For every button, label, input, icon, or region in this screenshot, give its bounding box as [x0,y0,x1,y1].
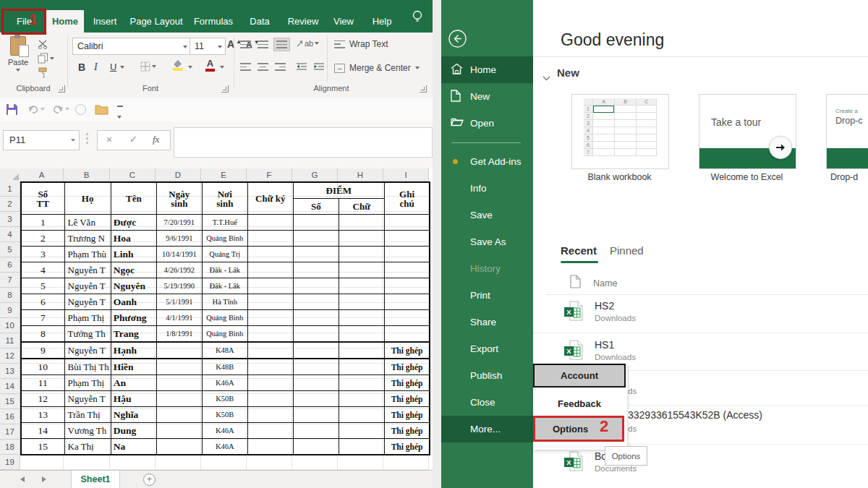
bottom-align-button[interactable] [273,38,290,51]
table-cell[interactable] [384,262,430,278]
table-cell[interactable]: 15 [21,439,64,455]
table-cell[interactable]: 5/19/1990 [156,278,202,294]
table-cell[interactable]: Được [111,215,156,231]
table-cell[interactable]: Phạm Thị [64,375,111,391]
table-cell[interactable] [156,359,202,375]
align-left-button[interactable] [240,63,251,71]
menu-item-options[interactable]: Options [533,416,624,442]
cell-b19[interactable] [64,455,110,470]
table-cell[interactable]: Quảng Bình [202,326,247,343]
table-cell[interactable]: Na [111,439,156,455]
table-cell[interactable] [384,278,430,294]
table-cell[interactable] [293,278,339,294]
table-cell[interactable]: 4/26/1992 [156,262,202,278]
fill-color-button[interactable] [172,59,184,71]
table-cell[interactable]: Quảng Bình [202,231,247,247]
customize-qat-button[interactable] [117,106,123,121]
table-cell[interactable] [339,423,384,439]
table-cell[interactable] [247,310,293,326]
table-row[interactable]: 10Bùi Thị ThHiềnK48BThi ghép [21,359,430,375]
table-row[interactable]: 7Phạm ThịPhương4/1/1991Quảng Bình [21,310,430,326]
name-box[interactable]: P11 [3,130,80,150]
sidebar-item-more[interactable]: More... [441,416,533,442]
table-cell[interactable] [384,215,430,231]
table-cell[interactable]: K46A [202,439,247,455]
file-row-bo[interactable]: XBoDocuments [533,444,868,484]
sidebar-item-print[interactable]: Print [441,282,533,309]
row-header-5[interactable]: 5 [0,242,20,257]
alignment-dialog-launcher[interactable] [420,85,427,93]
sidebar-item-share[interactable]: Share [441,309,533,335]
table-cell[interactable] [247,262,293,278]
row-header-3[interactable]: 3 [0,212,20,227]
back-button[interactable] [448,29,467,51]
table-cell[interactable]: K46A [202,375,247,391]
row-header-14[interactable]: 14 [0,379,20,394]
table-cell[interactable] [384,294,430,310]
font-size-combo[interactable]: 11 [190,38,226,55]
sidebar-item-save[interactable]: Save [441,202,533,228]
name-box-splitter[interactable] [86,133,88,135]
column-header-i[interactable]: I [383,168,429,181]
row-header-18[interactable]: 18 [0,440,20,455]
cell-a19[interactable] [20,455,64,470]
sheet-tab-sheet1[interactable]: Sheet1 [71,471,120,488]
table-row[interactable]: 12Nguyễn THậuK50BThi ghép [21,391,430,407]
table-cell[interactable]: 7/20/1991 [156,215,202,231]
row-header-12[interactable]: 12 [0,348,20,364]
table-cell[interactable] [339,215,384,231]
name-column-header[interactable]: Name [593,278,617,288]
spreadsheet-grid[interactable]: ABCDEFGHI 12345678910111213141516171819 … [0,168,433,470]
tab-home[interactable]: Home [46,10,84,33]
table-cell[interactable]: 8 [21,326,64,343]
formula-input[interactable] [174,127,433,158]
table-cell[interactable]: 10/14/1991 [156,247,202,262]
table-row[interactable]: 8Tưởng ThTrang1/8/1991Quảng Bình [21,326,430,343]
table-cell[interactable] [293,359,339,375]
header-so-tt[interactable]: Số TT [21,182,64,215]
open-file-button[interactable] [95,104,109,118]
sidebar-item-close[interactable]: Close [441,389,533,416]
table-cell[interactable] [293,294,339,310]
table-cell[interactable] [156,407,202,423]
table-cell[interactable]: Quảng Trị [202,247,247,262]
table-cell[interactable] [247,215,293,231]
table-cell[interactable] [384,310,430,326]
row-header-17[interactable]: 17 [0,424,20,440]
refresh-circle-icon[interactable] [75,104,86,115]
cell-c19[interactable] [110,455,156,470]
table-row[interactable]: 5Nguyễn TNguyên5/19/1990Đăk - Lăk [21,278,430,294]
row-header-9[interactable]: 9 [0,303,20,318]
table-cell[interactable]: 3 [21,247,64,262]
row-header-11[interactable]: 11 [0,333,20,348]
cell-g19[interactable] [292,455,338,470]
table-cell[interactable] [247,391,293,407]
align-right-button[interactable] [275,63,286,71]
student-data-table[interactable]: Số TTHọTênNgày sinhNơi sinhChữ kýĐIỂMGhi… [20,181,430,455]
table-cell[interactable]: Tưởng Th [64,326,111,343]
table-cell[interactable]: K48A [202,342,247,359]
table-cell[interactable] [339,359,384,375]
table-cell[interactable]: 6 [21,294,64,310]
table-cell[interactable]: Nghĩa [111,407,156,423]
table-cell[interactable] [247,278,293,294]
table-cell[interactable]: Oanh [111,294,156,310]
table-cell[interactable]: Nguyễn T [64,294,111,310]
sidebar-item-open[interactable]: Open [441,110,533,137]
table-cell[interactable] [384,231,430,247]
table-cell[interactable]: 10 [21,359,64,375]
table-row[interactable]: 14Vương ThDungK46AThi ghép [21,423,430,439]
header-chu-ky[interactable]: Chữ ký [247,182,293,215]
row-header-2[interactable]: 2 [0,197,20,212]
table-cell[interactable] [339,439,384,455]
menu-item-account[interactable]: Account [533,364,626,388]
table-cell[interactable]: 1/8/1991 [156,326,202,343]
sidebar-item-info[interactable]: Info [441,175,533,202]
sidebar-item-save-as[interactable]: Save As [441,228,533,255]
insert-function-icon[interactable]: fx [153,134,159,145]
header-diem-so[interactable]: Số [293,199,339,215]
table-cell[interactable]: Ngọc [111,262,156,278]
table-cell[interactable]: 4/1/1991 [156,310,202,326]
table-cell[interactable]: Thi ghép [384,375,430,391]
cell-d19[interactable] [156,455,201,470]
